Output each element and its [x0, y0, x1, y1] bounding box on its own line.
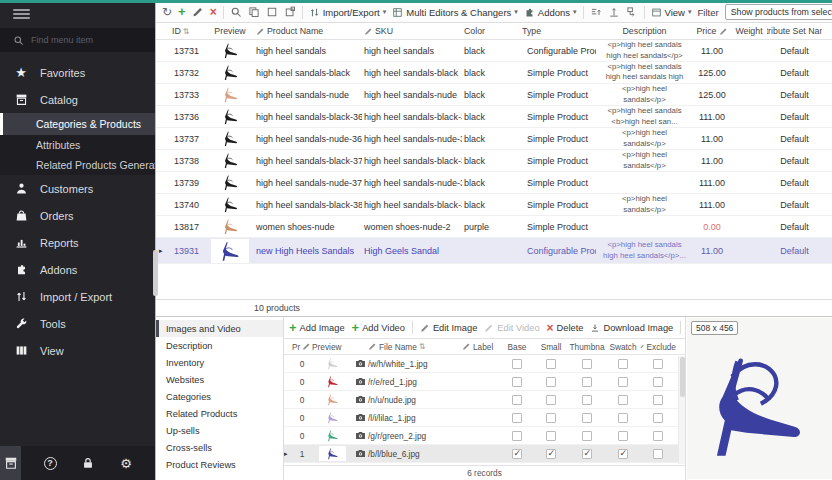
- products-column-header-preview[interactable]: Preview: [206, 26, 254, 36]
- swatch-checkbox[interactable]: [618, 395, 628, 405]
- tab-inventory[interactable]: Inventory: [156, 354, 283, 371]
- base-checkbox[interactable]: [512, 395, 522, 405]
- sidebar-item-tools[interactable]: Tools: [0, 310, 155, 337]
- sidebar-item-orders[interactable]: Orders: [0, 202, 155, 229]
- exclude-checkbox[interactable]: [653, 395, 663, 405]
- tab-images-and-video[interactable]: Images and Video: [156, 320, 283, 337]
- thumbnail-checkbox[interactable]: [582, 431, 592, 441]
- tab-related-products[interactable]: Related Products: [156, 405, 283, 422]
- levels-button[interactable]: [626, 6, 638, 18]
- exclude-checkbox[interactable]: [653, 377, 663, 387]
- product-row[interactable]: 13732high heel sandals-blackhigh heel sa…: [156, 62, 832, 84]
- small-checkbox[interactable]: [546, 359, 556, 369]
- products-column-header-type[interactable]: Type: [520, 26, 596, 36]
- sidebar-item-attributes[interactable]: Attributes: [0, 135, 155, 155]
- collapse-all-button[interactable]: [590, 6, 602, 18]
- products-column-header-weight[interactable]: Weight: [731, 26, 767, 36]
- thumbnail-checkbox[interactable]: [582, 395, 592, 405]
- lock-footer-button[interactable]: [69, 446, 107, 480]
- swatch-checkbox[interactable]: [618, 449, 628, 459]
- image-row[interactable]: ▸1/b/l/blue_6.jpg: [284, 445, 685, 463]
- sidebar-item-import-export[interactable]: Import / Export: [0, 283, 155, 310]
- exclude-checkbox[interactable]: [653, 359, 663, 369]
- tab-categories[interactable]: Categories: [156, 388, 283, 405]
- products-column-header-attribute-set-name[interactable]: Attribute Set Name: [767, 26, 822, 36]
- tab-websites[interactable]: Websites: [156, 371, 283, 388]
- thumbnail-checkbox[interactable]: [582, 449, 592, 459]
- swatch-checkbox[interactable]: [618, 377, 628, 387]
- help-footer-button[interactable]: ?: [31, 446, 69, 480]
- products-column-header-color[interactable]: Color: [462, 26, 520, 36]
- small-checkbox[interactable]: [546, 449, 556, 459]
- delete-image-button[interactable]: ×Delete: [547, 323, 584, 333]
- thumbnail-checkbox[interactable]: [582, 413, 592, 423]
- add-image-button[interactable]: +Add Image: [289, 323, 345, 333]
- images-column-header-preview[interactable]: Preview: [312, 342, 352, 352]
- delete-product-button[interactable]: ×: [210, 7, 217, 17]
- image-row[interactable]: 0/r/e/red_1.jpg: [284, 373, 685, 391]
- refresh-button[interactable]: ↻: [162, 7, 172, 17]
- sidebar-item-addons[interactable]: Addons: [0, 256, 155, 283]
- multi-editors-menu[interactable]: Multi Editors & Changers▾: [392, 7, 518, 18]
- images-column-header-pr[interactable]: Pr: [292, 342, 312, 352]
- exclude-checkbox[interactable]: [653, 413, 663, 423]
- swatch-checkbox[interactable]: [618, 413, 628, 423]
- product-row[interactable]: 13740high heel sandals-black-38high heel…: [156, 194, 832, 216]
- tab-cross-sells[interactable]: Cross-sells: [156, 439, 283, 456]
- base-checkbox[interactable]: [512, 431, 522, 441]
- product-row[interactable]: 13736high heel sandals-black-36high heel…: [156, 106, 832, 128]
- products-column-header-price[interactable]: Price: [693, 26, 731, 36]
- product-row[interactable]: 13739high heel sandals-nude-37high heel …: [156, 172, 832, 194]
- category-filter-select[interactable]: Show products from selected categories▾: [725, 4, 832, 20]
- catalog-footer-button[interactable]: [0, 446, 21, 480]
- expand-rows-button[interactable]: [608, 6, 620, 18]
- images-column-header-exclude[interactable]: Exclude: [640, 342, 676, 352]
- small-checkbox[interactable]: [546, 377, 556, 387]
- sidebar-item-view[interactable]: View: [0, 337, 155, 364]
- product-row[interactable]: 13737high heel sandals-nude-36high heel …: [156, 128, 832, 150]
- images-column-header-small[interactable]: Small: [534, 342, 568, 352]
- view-menu[interactable]: View▾: [651, 7, 692, 18]
- exclude-checkbox[interactable]: [653, 431, 663, 441]
- thumbnail-checkbox[interactable]: [582, 359, 592, 369]
- add-product-button[interactable]: +: [178, 7, 186, 17]
- thumbnail-checkbox[interactable]: [582, 377, 592, 387]
- product-row[interactable]: 13738high heel sandals-black-37high heel…: [156, 150, 832, 172]
- sidebar-item-customers[interactable]: Customers: [0, 175, 155, 202]
- image-row[interactable]: 0/w/h/white_1.jpg: [284, 355, 685, 373]
- products-column-header-description[interactable]: Description: [596, 26, 693, 36]
- products-column-header-sku[interactable]: SKU: [362, 26, 462, 36]
- product-row[interactable]: 13731high heel sandalshigh heel sandalsb…: [156, 40, 832, 62]
- exclude-checkbox[interactable]: [653, 449, 663, 459]
- small-checkbox[interactable]: [546, 431, 556, 441]
- small-checkbox[interactable]: [546, 395, 556, 405]
- sidebar-splitter[interactable]: [153, 250, 158, 296]
- product-row[interactable]: ▸13931new High Heels SandalsHigh Geels S…: [156, 238, 832, 264]
- sidebar-item-catalog[interactable]: Catalog: [0, 86, 155, 113]
- product-row[interactable]: 13817women shoes-nudewomen shoes-nude-2p…: [156, 216, 832, 238]
- select-button[interactable]: [266, 6, 278, 18]
- addons-menu[interactable]: Addons▾: [524, 7, 577, 18]
- product-row[interactable]: 13733high heel sandals-nudehigh heel san…: [156, 84, 832, 106]
- import-export-menu[interactable]: Import/Export▾: [309, 7, 387, 18]
- tab-description[interactable]: Description: [156, 337, 283, 354]
- sidebar-item-related-products-generator[interactable]: Related Products Generator: [0, 155, 155, 175]
- swatch-checkbox[interactable]: [618, 359, 628, 369]
- download-image-button[interactable]: Download Image: [590, 323, 673, 333]
- products-column-header-product-name[interactable]: Product Name: [254, 26, 362, 36]
- search-products-button[interactable]: [230, 6, 242, 18]
- images-column-header-label[interactable]: Label: [462, 342, 500, 352]
- sidebar-item-categories-products[interactable]: Categories & Products: [0, 113, 155, 135]
- base-checkbox[interactable]: [512, 449, 522, 459]
- settings-footer-button[interactable]: ⚙: [107, 446, 145, 480]
- image-row[interactable]: 0/g/r/green_2.jpg: [284, 427, 685, 445]
- copy-button[interactable]: [248, 6, 260, 18]
- base-checkbox[interactable]: [512, 377, 522, 387]
- images-column-header-file-name[interactable]: File Name⇅: [368, 342, 462, 352]
- edit-image-button[interactable]: Edit Image: [420, 323, 477, 333]
- sidebar-item-favorites[interactable]: ★Favorites: [0, 59, 155, 86]
- small-checkbox[interactable]: [546, 413, 556, 423]
- base-checkbox[interactable]: [512, 413, 522, 423]
- images-column-header-base[interactable]: Base: [500, 342, 534, 352]
- products-column-header-id[interactable]: ID⇅: [170, 26, 206, 36]
